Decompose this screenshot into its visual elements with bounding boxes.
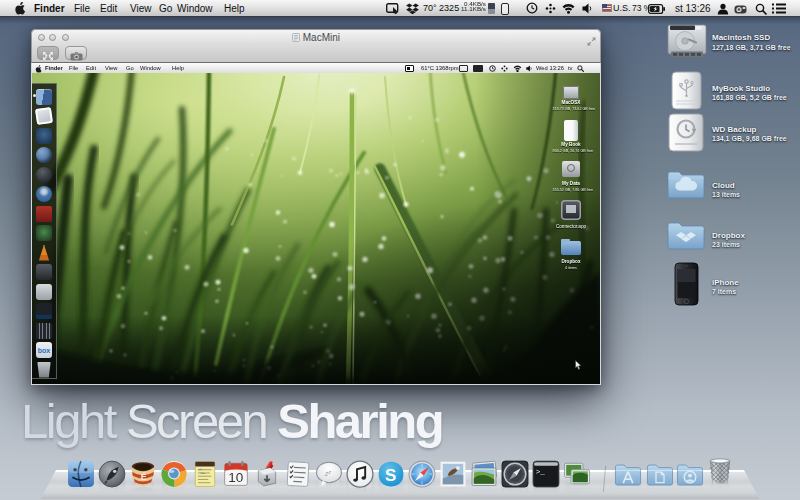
svg-text:10: 10 xyxy=(228,470,243,485)
svg-text:É: É xyxy=(141,472,147,482)
svg-text:S: S xyxy=(385,465,397,485)
svg-text:>_: >_ xyxy=(536,468,546,476)
